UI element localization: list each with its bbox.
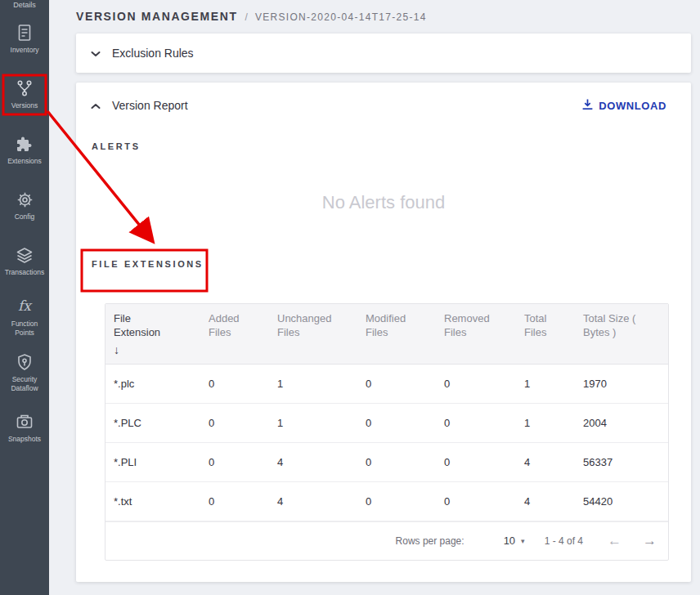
- sidebar-item-label: Inventory: [1, 46, 48, 55]
- sidebar-item-label: Snapshots: [1, 435, 48, 444]
- sidebar-item-versions[interactable]: Versions: [0, 66, 49, 122]
- column-header-unchanged-files[interactable]: Unchanged Files: [271, 304, 359, 364]
- cell-removed-files: 0: [438, 456, 518, 468]
- cell-total-size: 56337: [577, 456, 668, 468]
- sidebar-item-config[interactable]: Config: [0, 177, 49, 233]
- camera-icon: [14, 411, 35, 432]
- column-header-file-extension[interactable]: File Extension ↓: [105, 304, 202, 364]
- cell-added-files: 0: [202, 417, 271, 429]
- sidebar-item-transactions[interactable]: Transactions: [0, 233, 49, 289]
- cell-removed-files: 0: [438, 378, 518, 390]
- sidebar-item-inventory[interactable]: Inventory: [0, 11, 49, 66]
- cell-total-files: 1: [518, 378, 577, 390]
- download-button[interactable]: DOWNLOAD: [581, 98, 666, 113]
- column-header-modified-files[interactable]: Modified Files: [359, 304, 438, 364]
- cell-modified-files: 0: [359, 456, 438, 468]
- cell-file-extension: *.PLC: [105, 417, 202, 429]
- sidebar-item-function-points[interactable]: fx Function Points: [0, 289, 49, 344]
- main-content: VERSION MANAGEMENT / VERSION-2020-04-14T…: [49, 0, 700, 595]
- breadcrumb-separator: /: [245, 11, 248, 23]
- file-extensions-table: File Extension ↓ Added Files Unchanged F…: [105, 303, 669, 561]
- table-header-row: File Extension ↓ Added Files Unchanged F…: [105, 304, 668, 365]
- column-header-total-size[interactable]: Total Size ( Bytes ): [577, 304, 668, 364]
- layers-icon: [14, 244, 35, 266]
- file-extensions-section-label: FILE EXTENSIONS: [92, 259, 204, 269]
- table-row: *.txt 0 4 0 0 4 54420: [105, 482, 668, 521]
- sidebar-item-label: Versions: [1, 101, 48, 110]
- cell-removed-files: 0: [438, 495, 518, 508]
- breadcrumb-version-id: VERSION-2020-04-14T17-25-14: [255, 11, 427, 23]
- version-report-panel: Version Report DOWNLOAD ALERTS No Alerts…: [76, 83, 691, 582]
- previous-page-button[interactable]: ←: [608, 534, 621, 548]
- sort-descending-icon[interactable]: ↓: [114, 342, 195, 357]
- cell-modified-files: 0: [359, 417, 438, 429]
- chevron-down-icon[interactable]: [91, 46, 101, 60]
- dropdown-caret-icon: ▾: [521, 537, 525, 545]
- page-title: VERSION MANAGEMENT: [76, 10, 238, 23]
- cell-removed-files: 0: [438, 417, 518, 429]
- cell-file-extension: *.plc: [105, 378, 202, 390]
- table-row: *.plc 0 1 0 0 1 1970: [105, 365, 668, 404]
- sidebar: Details Inventory Versions Extensions: [0, 0, 49, 595]
- sidebar-item-label: Function Points: [1, 320, 48, 337]
- chevron-up-icon[interactable]: [91, 98, 101, 113]
- version-report-header[interactable]: Version Report DOWNLOAD: [76, 83, 691, 128]
- version-report-title: Version Report: [112, 99, 188, 112]
- cell-total-files: 1: [518, 417, 577, 429]
- sidebar-item-label: Security Dataflow: [1, 375, 48, 392]
- rows-per-page-label: Rows per page:: [396, 535, 464, 547]
- table-row: *.PLC 0 1 0 0 1 2004: [105, 404, 668, 443]
- cell-added-files: 0: [202, 456, 271, 468]
- cell-unchanged-files: 1: [271, 378, 359, 390]
- shield-icon: [14, 351, 35, 373]
- cell-file-extension: *.txt: [105, 495, 202, 508]
- breadcrumb: VERSION MANAGEMENT / VERSION-2020-04-14T…: [49, 0, 700, 23]
- table-pagination: Rows per page: 10 ▾ 1 - 4 of 4 ← →: [105, 521, 668, 560]
- sidebar-item-snapshots[interactable]: Snapshots: [0, 400, 49, 455]
- cell-total-size: 1970: [577, 378, 668, 390]
- cell-total-files: 4: [518, 495, 577, 508]
- column-header-total-files[interactable]: Total Files: [518, 304, 577, 364]
- sidebar-item-details[interactable]: Details: [0, 0, 49, 11]
- rows-per-page-select[interactable]: 10 ▾: [504, 535, 525, 547]
- cell-unchanged-files: 1: [271, 417, 359, 429]
- cell-modified-files: 0: [359, 495, 438, 508]
- download-icon: [581, 98, 594, 113]
- sidebar-item-security-dataflow[interactable]: Security Dataflow: [0, 344, 49, 400]
- extensions-icon: [14, 133, 35, 154]
- versions-icon: [14, 78, 35, 99]
- next-page-button[interactable]: →: [643, 534, 657, 548]
- cell-added-files: 0: [202, 495, 271, 508]
- column-header-removed-files[interactable]: Removed Files: [438, 304, 518, 364]
- pagination-range-text: 1 - 4 of 4: [545, 535, 583, 547]
- cell-unchanged-files: 4: [271, 495, 359, 508]
- column-header-added-files[interactable]: Added Files: [202, 304, 271, 364]
- sidebar-item-label: Transactions: [1, 268, 48, 277]
- inventory-icon: [14, 22, 35, 43]
- cell-added-files: 0: [202, 378, 271, 390]
- exclusion-rules-title: Exclusion Rules: [112, 47, 194, 60]
- sidebar-item-label: Extensions: [1, 157, 48, 166]
- alerts-section-label: ALERTS: [92, 141, 691, 151]
- download-label: DOWNLOAD: [599, 100, 666, 112]
- sidebar-item-label: Details: [13, 1, 36, 9]
- cell-file-extension: *.PLI: [105, 456, 202, 468]
- cell-total-files: 4: [518, 456, 577, 468]
- cell-modified-files: 0: [359, 378, 438, 390]
- cell-unchanged-files: 4: [271, 456, 359, 468]
- function-points-icon: fx: [14, 296, 35, 317]
- sidebar-item-label: Config: [1, 212, 48, 221]
- exclusion-rules-panel[interactable]: Exclusion Rules: [76, 34, 691, 73]
- table-row: *.PLI 0 4 0 0 4 56337: [105, 443, 668, 482]
- sidebar-item-extensions[interactable]: Extensions: [0, 122, 49, 177]
- gear-icon: [14, 189, 35, 210]
- cell-total-size: 2004: [577, 417, 668, 429]
- no-alerts-message: No Alerts found: [76, 192, 691, 213]
- cell-total-size: 54420: [577, 495, 668, 508]
